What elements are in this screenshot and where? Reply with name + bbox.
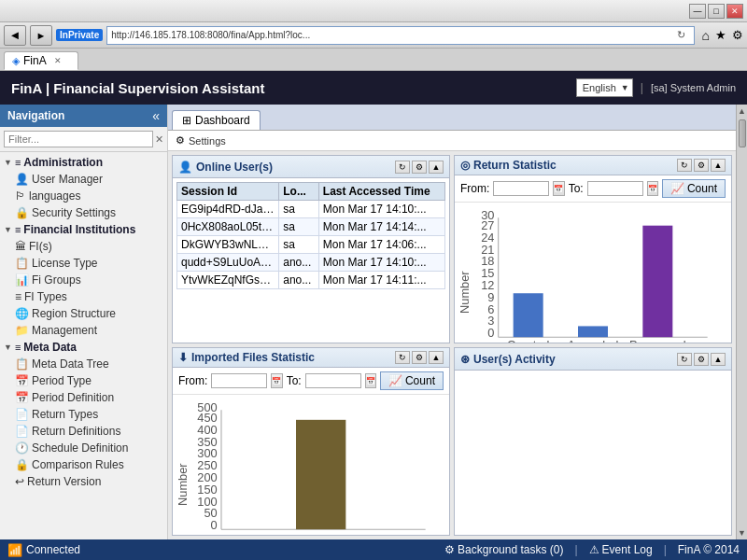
imported-files-svg: Number 0 50 100 150 200 250 300 350 400 … bbox=[176, 399, 445, 536]
imported-to-input[interactable] bbox=[305, 373, 361, 388]
svg-text:150: 150 bbox=[197, 483, 217, 497]
imported-files-settings-button[interactable]: ⚙ bbox=[412, 351, 427, 364]
col-login: Lo... bbox=[279, 183, 319, 201]
return-defs-label: Return Definitions bbox=[32, 425, 120, 438]
tab-bar: ◈ FinA ✕ bbox=[0, 49, 747, 71]
address-bar[interactable]: http://146.185.178.108:8080/fina/App.htm… bbox=[106, 26, 694, 45]
close-button[interactable]: ✕ bbox=[726, 4, 743, 19]
table-cell: YtvWkEZqNfGsx3u2... bbox=[177, 272, 279, 289]
sidebar-item-return-types[interactable]: 📄 Return Types bbox=[0, 406, 167, 423]
tools-icon[interactable]: ⚙ bbox=[732, 28, 743, 42]
svg-text:350: 350 bbox=[197, 435, 217, 449]
online-users-expand-button[interactable]: ▲ bbox=[429, 161, 444, 174]
sidebar-item-return-version[interactable]: ↩ Return Version bbox=[0, 473, 167, 490]
sidebar-item-management[interactable]: 📁 Management bbox=[0, 322, 167, 339]
sidebar-item-fi-types[interactable]: ≡ FI Types bbox=[0, 288, 167, 305]
table-cell: EG9ip4dRD-dJaWD... bbox=[177, 201, 279, 218]
sidebar-header: Navigation « bbox=[0, 105, 167, 127]
users-activity-settings-button[interactable]: ⚙ bbox=[694, 353, 709, 366]
users-activity-refresh-button[interactable]: ↻ bbox=[677, 353, 692, 366]
col-session-id: Session Id bbox=[177, 183, 279, 201]
users-activity-content bbox=[455, 371, 731, 535]
imported-files-expand-button[interactable]: ▲ bbox=[429, 351, 444, 364]
minimize-button[interactable]: — bbox=[689, 4, 706, 19]
svg-rect-14 bbox=[514, 293, 543, 337]
sidebar-item-fis[interactable]: 🏛 FI(s) bbox=[0, 238, 167, 255]
filter-clear-icon[interactable]: ✕ bbox=[155, 133, 163, 146]
svg-text:Processed: Processed bbox=[629, 338, 685, 343]
sidebar-item-return-definitions[interactable]: 📄 Return Definitions bbox=[0, 423, 167, 440]
return-to-input[interactable] bbox=[587, 181, 643, 196]
return-to-calendar-button[interactable]: 📅 bbox=[647, 181, 658, 196]
users-activity-title: ⊛ User(s) Activity bbox=[460, 353, 556, 366]
sidebar-item-period-type[interactable]: 📅 Period Type bbox=[0, 372, 167, 389]
sidebar-item-security-settings[interactable]: 🔒 Security Settings bbox=[0, 204, 167, 221]
svg-text:18: 18 bbox=[481, 254, 494, 268]
return-from-calendar-button[interactable]: 📅 bbox=[553, 181, 564, 196]
tab-close-icon[interactable]: ✕ bbox=[54, 56, 62, 65]
sidebar-item-administration[interactable]: ▼ ≡ Administration bbox=[0, 154, 167, 171]
imported-from-input[interactable] bbox=[211, 373, 267, 388]
svg-text:300: 300 bbox=[197, 446, 217, 460]
home-icon[interactable]: ⌂ bbox=[702, 28, 710, 43]
status-right: ⚙ Background tasks (0) | ⚠ Event Log | F… bbox=[444, 543, 740, 556]
sidebar-item-license-type[interactable]: 📋 License Type bbox=[0, 255, 167, 272]
sidebar-filter: ✕ bbox=[0, 127, 167, 152]
dashboard-tab[interactable]: ⊞ Dashboard bbox=[172, 110, 261, 130]
online-users-header: 👤 Online User(s) ↻ ⚙ ▲ bbox=[173, 156, 449, 178]
sidebar-filter-input[interactable] bbox=[4, 131, 153, 147]
sidebar-item-user-manager[interactable]: 👤 User Manager bbox=[0, 171, 167, 188]
sidebar-item-meta-data-tree[interactable]: 📋 Meta Data Tree bbox=[0, 356, 167, 372]
return-statistic-title: ◎ Return Statistic bbox=[460, 159, 557, 172]
svg-text:0: 0 bbox=[211, 518, 218, 532]
scroll-thumb[interactable] bbox=[739, 119, 746, 147]
sidebar-item-period-definition[interactable]: 📅 Period Definition bbox=[0, 389, 167, 406]
svg-text:Created: Created bbox=[507, 338, 550, 343]
online-users-actions: ↻ ⚙ ▲ bbox=[395, 161, 444, 174]
scroll-thumb-area[interactable] bbox=[737, 118, 748, 526]
forward-button[interactable]: ► bbox=[30, 25, 52, 46]
return-statistic-refresh-button[interactable]: ↻ bbox=[677, 159, 692, 172]
right-scrollbar[interactable]: ▲ ▼ bbox=[736, 105, 747, 539]
imported-from-calendar-button[interactable]: 📅 bbox=[271, 373, 282, 388]
imported-count-button[interactable]: 📈 Count bbox=[380, 371, 444, 390]
scroll-up-arrow[interactable]: ▲ bbox=[736, 105, 747, 118]
refresh-button[interactable]: ↻ bbox=[673, 27, 690, 44]
favorites-icon[interactable]: ★ bbox=[715, 28, 726, 42]
sidebar-item-schedule-definition[interactable]: 🕐 Schedule Definition bbox=[0, 440, 167, 456]
scroll-down-arrow[interactable]: ▼ bbox=[736, 526, 747, 539]
sidebar-item-metadata[interactable]: ▼ ≡ Meta Data bbox=[0, 339, 167, 356]
event-log[interactable]: ⚠ Event Log bbox=[589, 543, 653, 556]
return-statistic-expand-button[interactable]: ▲ bbox=[711, 159, 726, 172]
background-tasks[interactable]: ⚙ Background tasks (0) bbox=[444, 543, 563, 556]
imported-files-refresh-button[interactable]: ↻ bbox=[395, 351, 410, 364]
return-statistic-chart: Number 0 3 6 9 12 15 18 21 bbox=[455, 203, 731, 343]
fis-label: FI(s) bbox=[29, 240, 52, 253]
return-version-label: Return Version bbox=[27, 475, 101, 488]
sidebar-item-fi-groups[interactable]: 📊 Fi Groups bbox=[0, 272, 167, 288]
users-activity-title-text: User(s) Activity bbox=[473, 353, 556, 366]
tab-favicon: ◈ bbox=[12, 55, 20, 67]
online-users-panel: 👤 Online User(s) ↻ ⚙ ▲ Session Id bbox=[172, 155, 450, 343]
return-statistic-settings-button[interactable]: ⚙ bbox=[694, 159, 709, 172]
maximize-button[interactable]: □ bbox=[708, 4, 725, 19]
online-users-refresh-button[interactable]: ↻ bbox=[395, 161, 410, 174]
online-users-settings-button[interactable]: ⚙ bbox=[412, 161, 427, 174]
sidebar-item-financial-institutions[interactable]: ▼ ≡ Financial Institutions bbox=[0, 221, 167, 238]
browser-titlebar: — □ ✕ bbox=[0, 0, 747, 22]
sidebar-item-region-structure[interactable]: 🌐 Region Structure bbox=[0, 305, 167, 322]
fina-tab[interactable]: ◈ FinA ✕ bbox=[4, 51, 78, 70]
return-from-label: From: bbox=[460, 182, 489, 195]
sidebar-collapse-button[interactable]: « bbox=[152, 108, 160, 123]
imported-to-calendar-button[interactable]: 📅 bbox=[365, 373, 376, 388]
back-button[interactable]: ◄ bbox=[4, 25, 26, 46]
users-activity-expand-button[interactable]: ▲ bbox=[711, 353, 726, 366]
imported-count-icon: 📈 bbox=[388, 374, 402, 387]
background-tasks-label: Background tasks (0) bbox=[458, 543, 563, 556]
return-from-input[interactable] bbox=[493, 181, 549, 196]
sidebar-item-comparison-rules[interactable]: 🔒 Comparison Rules bbox=[0, 456, 167, 473]
language-select[interactable]: English bbox=[576, 78, 633, 97]
table-cell: Mon Mar 17 14:10:... bbox=[318, 201, 444, 218]
return-count-button[interactable]: 📈 Count bbox=[662, 179, 726, 198]
sidebar-item-languages[interactable]: 🏳 languages bbox=[0, 188, 167, 204]
